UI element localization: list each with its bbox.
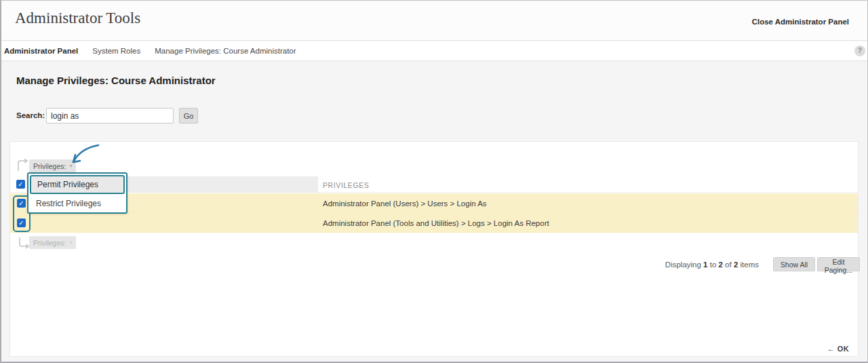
table-row[interactable]: ✓ Administrator Panel (Tools and Utiliti… — [10, 213, 858, 233]
search-label: Search: — [16, 111, 45, 119]
edit-paging-button[interactable]: Edit Paging... — [817, 257, 860, 271]
chevron-down-icon: ▾ — [69, 240, 72, 246]
privileges-dropdown-menu: Permit Privileges Restrict Privileges — [27, 172, 127, 214]
breadcrumb: Administrator Panel System Roles Manage … — [4, 41, 296, 60]
menu-item-restrict-privileges[interactable]: Restrict Privileges — [28, 195, 126, 212]
privileges-panel: Privileges: ▾ ✓ PRIVILEGES ✓ Administrat… — [9, 141, 859, 357]
show-all-button[interactable]: Show All — [773, 257, 815, 271]
select-all-checkbox[interactable]: ✓ — [16, 180, 25, 189]
page-to: 2 — [719, 261, 723, 269]
close-admin-panel-button[interactable]: Close Administrator Panel — [752, 18, 849, 26]
privileges-column-header: PRIVILEGES — [323, 181, 369, 189]
privileges-button-label: Privileges: — [33, 162, 66, 170]
go-button[interactable]: Go — [179, 108, 198, 123]
privileges-dropdown-button[interactable]: Privileges: ▾ — [29, 159, 76, 172]
row-checkbox[interactable]: ✓ — [17, 218, 26, 227]
page-title: Manage Privileges: Course Administrator — [16, 75, 216, 86]
search-input[interactable] — [46, 108, 174, 123]
page-from: 1 — [703, 261, 707, 269]
breadcrumb-system-roles[interactable]: System Roles — [92, 47, 140, 55]
menu-item-permit-privileges[interactable]: Permit Privileges — [30, 175, 125, 194]
chevron-down-icon: ▾ — [69, 163, 72, 169]
help-icon[interactable]: ? — [854, 45, 865, 56]
items-word: items — [741, 261, 759, 269]
admin-tools-window: Administrator Tools Close Administrator … — [0, 0, 868, 363]
breadcrumb-bar: Administrator Panel System Roles Manage … — [1, 41, 867, 61]
row-checkbox[interactable]: ✓ — [17, 199, 26, 208]
branch-arrow-icon — [16, 159, 30, 172]
privilege-cell: Administrator Panel (Users) > Users > Lo… — [323, 199, 487, 208]
of-word: of — [725, 261, 732, 269]
privileges-dropdown-button-disabled[interactable]: Privileges: ▾ — [29, 236, 76, 249]
app-title: Administrator Tools — [15, 9, 140, 27]
pagination-bar: Displaying 1 to 2 of 2 items Show All Ed… — [10, 257, 858, 272]
to-word: to — [710, 261, 717, 269]
displaying-word: Displaying — [665, 261, 701, 269]
top-header: Administrator Tools Close Administrator … — [1, 1, 867, 41]
breadcrumb-manage-privileges: Manage Privileges: Course Administrator — [155, 47, 296, 55]
privileges-button-label: Privileges: — [33, 239, 66, 247]
displaying-text: Displaying 1 to 2 of 2 items — [665, 261, 759, 269]
items-total: 2 — [734, 261, 738, 269]
table-header-row: ✓ PRIVILEGES — [10, 176, 858, 193]
breadcrumb-admin-panel[interactable]: Administrator Panel — [4, 47, 78, 55]
privilege-cell: Administrator Panel (Tools and Utilities… — [323, 219, 549, 227]
ok-button[interactable]: ← OK — [827, 345, 849, 353]
table-row[interactable]: ✓ Administrator Panel (Users) > Users > … — [10, 193, 858, 213]
